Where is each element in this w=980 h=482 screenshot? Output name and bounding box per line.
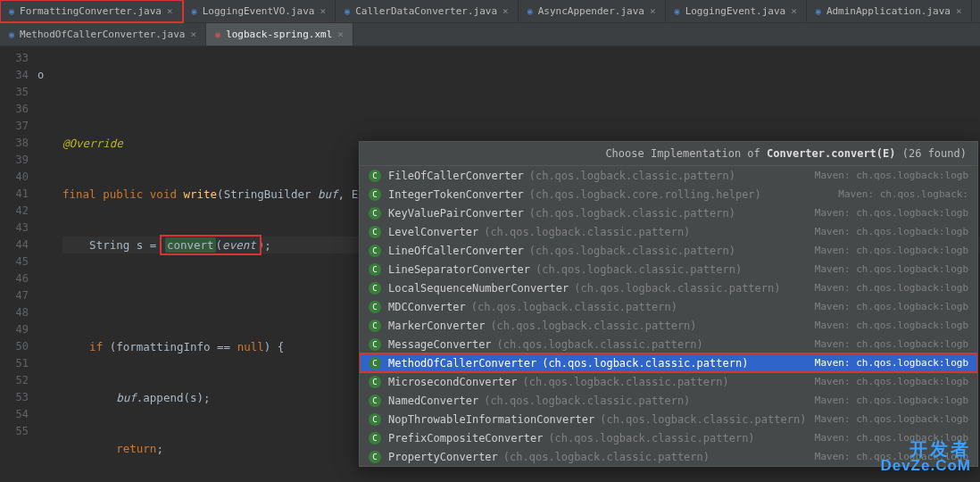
line-number: 43: [0, 220, 29, 237]
class-name: LineSeparatorConverter: [388, 263, 530, 276]
editor-tab[interactable]: LoggingEvent.java×: [666, 0, 807, 22]
tab-label: LoggingEventVO.java: [203, 5, 315, 17]
close-icon[interactable]: ×: [502, 5, 509, 17]
implementation-item[interactable]: CKeyValuePairConverter(ch.qos.logback.cl…: [360, 204, 977, 222]
package-name: (ch.qos.logback.classic.pattern): [484, 395, 690, 407]
editor-tab[interactable]: LoggingEventVO.java×: [183, 0, 336, 22]
close-icon[interactable]: ×: [956, 5, 962, 17]
editor-tab[interactable]: StackWa: [972, 0, 980, 22]
source-label: Maven: ch.qos.logback:logb: [815, 338, 968, 350]
package-name: (ch.qos.logback.classic.pattern): [503, 451, 710, 463]
implementation-item[interactable]: CMicrosecondConverter(ch.qos.logback.cla…: [360, 372, 977, 391]
implementation-item[interactable]: CFileOfCallerConverter(ch.qos.logback.cl…: [360, 166, 977, 185]
implementation-item[interactable]: CLevelConverter(ch.qos.logback.classic.p…: [360, 222, 977, 241]
source-label: Maven: ch.qos.logback:: [838, 188, 968, 200]
package-name: (ch.qos.logback.classic.pattern): [490, 320, 696, 332]
line-number: 35: [0, 84, 29, 101]
close-icon[interactable]: ×: [190, 29, 196, 40]
source-label: Maven: ch.qos.logback:logb: [815, 395, 968, 406]
class-icon: C: [369, 301, 381, 313]
line-number: 44: [0, 237, 29, 253]
line-number: 50: [0, 338, 29, 355]
xml-file-icon: [215, 29, 220, 40]
close-icon[interactable]: ×: [337, 29, 344, 40]
line-number: 41: [0, 186, 29, 203]
source-label: Maven: ch.qos.logback:logb: [815, 170, 968, 181]
line-number: 47: [0, 287, 29, 304]
package-name: (ch.qos.logback.classic.pattern): [536, 263, 742, 276]
editor-area: 3334353637383940414243444546474849505152…: [0, 46, 980, 482]
popup-list[interactable]: CFileOfCallerConverter(ch.qos.logback.cl…: [360, 166, 977, 466]
line-number: 34: [0, 67, 29, 84]
source-label: Maven: ch.qos.logback:logb: [815, 376, 968, 387]
line-number: 51: [0, 355, 29, 372]
tab-label: AsyncAppender.java: [538, 5, 644, 17]
class-name: KeyValuePairConverter: [388, 207, 524, 220]
editor-tab[interactable]: logback-spring.xml×: [206, 23, 353, 46]
tab-label: logback-spring.xml: [226, 29, 332, 40]
class-icon: C: [369, 338, 381, 351]
package-name: (ch.qos.logback.classic.pattern): [484, 226, 690, 238]
java-file-icon: [527, 5, 533, 17]
class-icon: C: [369, 357, 381, 370]
source-label: Maven: ch.qos.logback:logb: [815, 282, 968, 294]
implementation-item[interactable]: CLineOfCallerConverter(ch.qos.logback.cl…: [360, 241, 977, 260]
editor-tab[interactable]: FormattingConverter.java×: [0, 0, 183, 22]
close-icon[interactable]: ×: [320, 5, 326, 17]
implementation-item[interactable]: CIntegerTokenConverter(ch.qos.logback.co…: [360, 185, 977, 204]
line-number: 42: [0, 203, 29, 220]
class-icon: C: [369, 245, 381, 257]
implementation-item[interactable]: CLineSeparatorConverter(ch.qos.logback.c…: [360, 260, 977, 278]
class-name: PropertyConverter: [388, 451, 498, 463]
class-icon: C: [369, 413, 381, 426]
editor-tab[interactable]: CallerDataConverter.java×: [336, 0, 519, 22]
source-label: Maven: ch.qos.logback:logb: [815, 357, 968, 369]
line-number: 48: [0, 304, 29, 321]
package-name: (ch.qos.logback.classic.pattern): [497, 338, 703, 351]
implementation-item[interactable]: CMDCConverter(ch.qos.logback.classic.pat…: [360, 297, 977, 316]
editor-tab[interactable]: AsyncAppender.java×: [519, 0, 666, 22]
close-icon[interactable]: ×: [167, 5, 173, 17]
tab-label: FormattingConverter.java: [20, 5, 162, 17]
implementation-item[interactable]: CMessageConverter(ch.qos.logback.classic…: [360, 335, 977, 353]
line-number: 46: [0, 270, 29, 287]
line-number: 39: [0, 152, 29, 169]
java-file-icon: [345, 5, 350, 17]
package-name: (ch.qos.logback.classic.pattern): [529, 245, 735, 257]
line-number: 52: [0, 372, 29, 389]
class-name: NamedConverter: [388, 395, 478, 407]
close-icon[interactable]: ×: [791, 5, 797, 17]
class-name: MicrosecondConverter: [388, 376, 518, 388]
implementation-item[interactable]: CMethodOfCallerConverter(ch.qos.logback.…: [360, 353, 977, 372]
package-name: (ch.qos.logback.classic.pattern): [529, 207, 735, 220]
source-label: Maven: ch.qos.logback:logb: [815, 207, 968, 219]
class-icon: C: [369, 170, 381, 182]
class-icon: C: [369, 226, 381, 238]
class-icon: C: [369, 188, 381, 201]
implementation-item[interactable]: CLocalSequenceNumberConverter(ch.qos.log…: [360, 278, 977, 297]
editor-tab[interactable]: MethodOfCallerConverter.java×: [0, 23, 206, 46]
source-label: Maven: ch.qos.logback:logb: [815, 263, 968, 275]
editor-tab[interactable]: AdminApplication.java×: [807, 0, 972, 22]
package-name: (ch.qos.logback.classic.pattern): [542, 357, 748, 370]
implementation-item[interactable]: CNamedConverter(ch.qos.logback.classic.p…: [360, 391, 977, 410]
line-number: 49: [0, 321, 29, 338]
class-icon: C: [369, 282, 381, 295]
line-number: 45: [0, 253, 29, 270]
class-icon: C: [369, 395, 381, 407]
implementation-item[interactable]: CNopThrowableInformationConverter(ch.qos…: [360, 410, 977, 428]
class-name: MarkerConverter: [388, 320, 485, 332]
package-name: (ch.qos.logback.classic.pattern): [523, 376, 729, 388]
class-name: LevelConverter: [388, 226, 478, 238]
class-icon: C: [369, 432, 381, 445]
line-number: 37: [0, 118, 29, 135]
class-name: PrefixCompositeConverter: [388, 432, 543, 445]
implementation-item[interactable]: CMarkerConverter(ch.qos.logback.classic.…: [360, 316, 977, 335]
override-gutter-icon[interactable]: o: [37, 69, 44, 81]
class-icon: C: [369, 451, 381, 463]
class-icon: C: [369, 376, 381, 388]
package-name: (ch.qos.logback.classic.pattern): [548, 432, 754, 445]
close-icon[interactable]: ×: [650, 5, 656, 17]
package-name: (ch.qos.logback.classic.pattern): [574, 282, 780, 295]
line-number: 54: [0, 406, 29, 423]
